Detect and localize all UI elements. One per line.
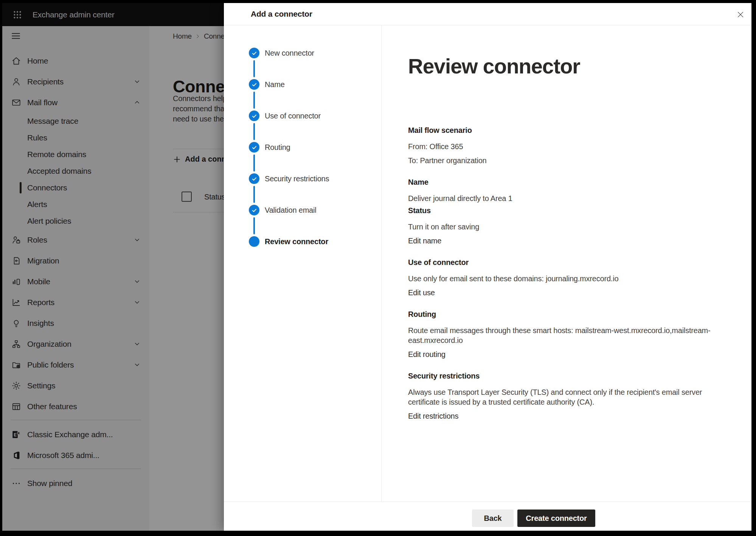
wizard-step-use-of-connector[interactable]: Use of connector xyxy=(249,111,329,142)
back-button[interactable]: Back xyxy=(472,510,514,527)
review-section-heading: Name xyxy=(408,177,729,187)
app-window: Exchange admin center HomeRecipientsMail… xyxy=(2,3,751,531)
review-section-heading: Routing xyxy=(408,309,729,319)
review-section-mail-flow-scenario: Mail flow scenarioFrom: Office 365To: Pa… xyxy=(408,125,729,165)
edit-name-link[interactable]: Edit name xyxy=(408,236,441,246)
review-section-value: Route email messages through these smart… xyxy=(408,326,714,345)
review-section-status: StatusTurn it on after savingEdit name xyxy=(408,206,729,246)
review-section-value: Deliver journal directly to Area 1 xyxy=(408,193,714,203)
wizard-step-routing[interactable]: Routing xyxy=(249,142,329,173)
wizard-step-label: New connector xyxy=(265,49,314,57)
review-section-value: Always use Transport Layer Security (TLS… xyxy=(408,387,714,407)
step-complete-icon xyxy=(249,205,259,215)
review-section-security-restrictions: Security restrictionsAlways use Transpor… xyxy=(408,371,729,421)
edit-routing-link[interactable]: Edit routing xyxy=(408,349,446,359)
step-current-icon xyxy=(249,236,259,247)
wizard-step-label: Name xyxy=(265,80,285,89)
wizard-step-label: Security restrictions xyxy=(265,175,329,183)
step-complete-icon xyxy=(249,142,259,153)
review-section-heading: Security restrictions xyxy=(408,371,729,381)
review-section-use-of-connector: Use of connectorUse only for email sent … xyxy=(408,257,729,298)
review-section-routing: RoutingRoute email messages through thes… xyxy=(408,309,729,359)
wizard-title: Add a connector xyxy=(251,9,312,19)
wizard-step-review-connector[interactable]: Review connector xyxy=(249,236,329,268)
wizard-step-label: Routing xyxy=(265,143,290,151)
review-section-heading: Use of connector xyxy=(408,257,729,267)
review-section-value: From: Office 365 xyxy=(408,142,714,151)
wizard-step-label: Use of connector xyxy=(265,112,321,120)
wizard-step-security-restrictions[interactable]: Security restrictions xyxy=(249,173,329,205)
wizard-step-new-connector[interactable]: New connector xyxy=(249,48,329,79)
review-title: Review connector xyxy=(408,54,729,78)
close-icon[interactable] xyxy=(734,8,747,21)
step-complete-icon xyxy=(249,48,259,58)
step-complete-icon xyxy=(249,111,259,121)
review-section-name: NameDeliver journal directly to Area 1 xyxy=(408,177,729,203)
wizard-step-label: Validation email xyxy=(265,206,317,214)
review-section-value: Use only for email sent to these domains… xyxy=(408,274,714,284)
wizard-footer: Back Create connector xyxy=(224,502,751,531)
wizard-header: Add a connector xyxy=(224,3,751,25)
wizard-stepper: New connectorNameUse of connectorRouting… xyxy=(249,48,329,268)
wizard-step-name[interactable]: Name xyxy=(249,79,329,111)
edit-restrictions-link[interactable]: Edit restrictions xyxy=(408,411,458,421)
create-connector-button[interactable]: Create connector xyxy=(517,510,595,527)
wizard-step-label: Review connector xyxy=(265,237,328,246)
edit-use-link[interactable]: Edit use xyxy=(408,288,435,298)
step-complete-icon xyxy=(249,79,259,90)
review-section-value: To: Partner organization xyxy=(408,156,714,165)
review-section-heading: Mail flow scenario xyxy=(408,125,729,135)
add-connector-wizard: Add a connector New connectorNameUse of … xyxy=(224,3,751,531)
review-pane: Review connector Mail flow scenarioFrom:… xyxy=(382,25,751,502)
review-section-heading: Status xyxy=(408,206,729,215)
review-section-value: Turn it on after saving xyxy=(408,222,714,232)
wizard-step-validation-email[interactable]: Validation email xyxy=(249,205,329,236)
step-complete-icon xyxy=(249,173,259,184)
